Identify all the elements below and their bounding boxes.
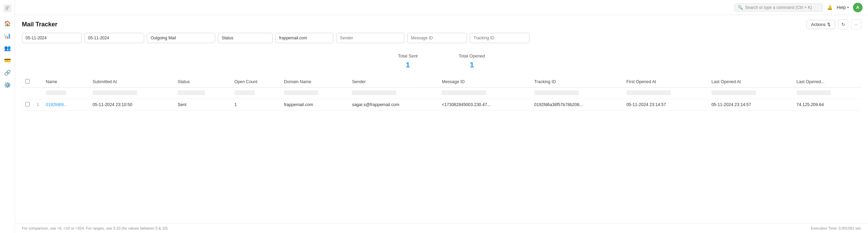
search-box[interactable]: 🔍 Search or type a command (Ctrl + K) <box>734 3 823 12</box>
table-filter-row <box>22 88 861 99</box>
status-input[interactable] <box>218 33 273 43</box>
cell-first-opened-at: 05-11-2024 23:14:57 <box>623 99 708 111</box>
help-button[interactable]: Help ▾ <box>837 5 849 10</box>
cell-domain-name: frappemail.com <box>280 99 348 111</box>
th-row-num <box>33 76 42 88</box>
filter-row-2 <box>407 33 529 43</box>
cell-name[interactable]: 0192fd69... <box>42 99 89 111</box>
th-last-opened-extra[interactable]: Last Opened... <box>793 76 861 88</box>
cell-message-id: <173082845003.230.47... <box>438 99 531 111</box>
th-last-opened-at[interactable]: Last Opened At <box>708 76 793 88</box>
filter-skeleton-trackid <box>534 90 579 95</box>
th-status[interactable]: Status <box>174 76 231 88</box>
page-header-actions: Actions ⇅ ↻ ··· <box>807 19 861 29</box>
filter-skeleton-status <box>178 90 205 95</box>
table-row[interactable]: 1 0192fd69... 05-11-2024 23:10:50 Sent 1… <box>22 99 861 111</box>
sidebar-home-icon[interactable]: 🏠 <box>2 18 13 29</box>
main-content: 🔍 Search or type a command (Ctrl + K) 🔔 … <box>15 0 868 233</box>
th-name[interactable]: Name <box>42 76 89 88</box>
page: Mail Tracker Actions ⇅ ↻ ··· <box>15 15 868 233</box>
date-to-input[interactable] <box>84 33 144 43</box>
th-first-opened-at[interactable]: First Opened At <box>623 76 708 88</box>
filter-skeleton-name <box>46 90 66 95</box>
page-title: Mail Tracker <box>22 21 57 28</box>
actions-expand-icon: ⇅ <box>827 22 831 27</box>
sender-input[interactable] <box>336 33 404 43</box>
actions-button[interactable]: Actions ⇅ <box>807 20 835 29</box>
total-sent-stat: Total Sent 1 <box>398 53 418 69</box>
sidebar-integrations-icon[interactable]: 🔗 <box>2 67 13 78</box>
search-icon: 🔍 <box>738 5 743 10</box>
filter-skeleton-extra <box>797 90 831 95</box>
filter-skeleton-submitted <box>93 90 137 95</box>
filter-skeleton-domain <box>284 90 318 95</box>
filter-skeleton-count <box>234 90 255 95</box>
topbar-actions: 🔔 Help ▾ A <box>827 3 863 12</box>
domain-input[interactable] <box>275 33 333 43</box>
sidebar: 🏠 📊 👥 💳 🔗 ⚙️ <box>0 0 15 233</box>
filter-row-1 <box>22 33 404 43</box>
filter-skeleton-first <box>626 90 671 95</box>
total-opened-stat: Total Opened 1 <box>459 53 485 69</box>
help-chevron-icon: ▾ <box>847 5 849 9</box>
help-label: Help <box>837 5 846 10</box>
row-number: 1 <box>33 99 42 111</box>
page-header: Mail Tracker Actions ⇅ ↻ ··· <box>15 15 868 29</box>
avatar[interactable]: A <box>853 3 863 12</box>
total-opened-label: Total Opened <box>459 53 485 59</box>
refresh-button[interactable]: ↻ <box>838 19 848 29</box>
th-domain-name[interactable]: Domain Name <box>280 76 348 88</box>
sidebar-users-icon[interactable]: 👥 <box>2 42 13 53</box>
message-id-input[interactable] <box>407 33 467 43</box>
th-sender[interactable]: Sender <box>348 76 438 88</box>
filter-skeleton-last <box>712 90 756 95</box>
cell-sender: sagar.s@frappemail.com <box>348 99 438 111</box>
total-opened-value: 1 <box>459 61 485 69</box>
select-all-checkbox[interactable] <box>25 79 30 83</box>
total-sent-label: Total Sent <box>398 53 418 59</box>
app-logo <box>2 3 13 14</box>
sidebar-analytics-icon[interactable]: 📊 <box>2 30 13 41</box>
actions-label: Actions <box>811 22 826 27</box>
cell-status: Sent <box>174 99 231 111</box>
date-from-input[interactable] <box>22 33 82 43</box>
tracking-id-input[interactable] <box>470 33 529 43</box>
topbar: 🔍 Search or type a command (Ctrl + K) 🔔 … <box>15 0 868 15</box>
row-checkbox[interactable] <box>25 102 30 106</box>
cell-last-opened-at: 05-11-2024 23:14:57 <box>708 99 793 111</box>
filter-skeleton-msgid <box>442 90 486 95</box>
filters <box>15 29 868 47</box>
execution-time: Execution Time: 0.001581 sec <box>811 226 861 230</box>
total-sent-value: 1 <box>398 61 418 69</box>
search-placeholder: Search or type a command (Ctrl + K) <box>745 5 812 10</box>
th-open-count[interactable]: Open Count <box>231 76 280 88</box>
cell-tracking-id: 0192fd6a38f57b78b208... <box>531 99 623 111</box>
stats-section: Total Sent 1 Total Opened 1 <box>15 47 868 76</box>
cell-submitted-at: 05-11-2024 23:10:50 <box>89 99 174 111</box>
table-header-row: Name Submitted At Status Open Count Doma… <box>22 76 861 88</box>
cell-open-count: 1 <box>231 99 280 111</box>
sidebar-settings-icon[interactable]: ⚙️ <box>2 79 13 90</box>
filter-skeleton-sender <box>352 90 396 95</box>
cell-last-opened-extra: 74.125.209.64 <box>793 99 861 111</box>
checkbox-col-header <box>22 76 33 88</box>
th-tracking-id[interactable]: Tracking ID <box>531 76 623 88</box>
avatar-label: A <box>856 5 859 10</box>
table-container: Name Submitted At Status Open Count Doma… <box>15 76 868 223</box>
more-options-button[interactable]: ··· <box>851 19 861 29</box>
footer-hint: For comparison, use >5, <10 or =324. For… <box>22 226 169 230</box>
mail-type-input[interactable] <box>147 33 215 43</box>
notifications-icon[interactable]: 🔔 <box>827 5 832 10</box>
row-checkbox-cell <box>22 99 33 111</box>
th-submitted-at[interactable]: Submitted At <box>89 76 174 88</box>
th-message-id[interactable]: Message ID <box>438 76 531 88</box>
mail-tracker-table: Name Submitted At Status Open Count Doma… <box>22 76 861 111</box>
sidebar-billing-icon[interactable]: 💳 <box>2 55 13 66</box>
page-footer: For comparison, use >5, <10 or =324. For… <box>15 223 868 233</box>
